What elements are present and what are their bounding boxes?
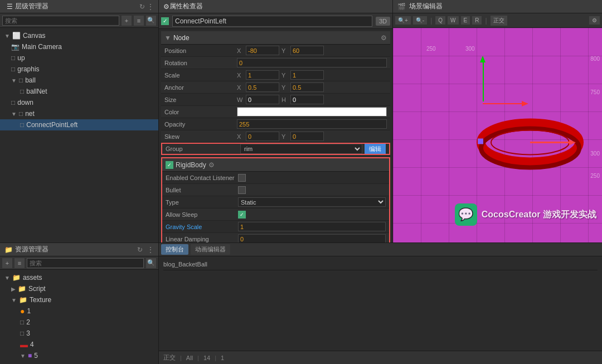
node-name-input[interactable] [172, 16, 372, 27]
rigidbody-section: ✓ RigidBody ⚙ Enabled Contact Listener B… [161, 157, 390, 242]
scene-icon: 🎬 [397, 3, 406, 11]
tree-item-canvas[interactable]: ▼ ⬜ Canvas [0, 30, 158, 41]
group-select[interactable]: rim [240, 144, 362, 154]
gravity-scale-row: Gravity Scale [162, 221, 389, 233]
ballnet-icon: □ [20, 88, 24, 95]
asset-item-script[interactable]: ▶ 📁 Script [0, 283, 158, 294]
hierarchy-search-input[interactable] [2, 16, 119, 26]
gravity-scale-label[interactable]: Gravity Scale [166, 224, 238, 230]
node-enabled-checkbox[interactable]: ✓ [161, 17, 169, 25]
assets-label: assets [23, 274, 42, 282]
anchor-x-label: X [237, 84, 244, 91]
tree-item-up[interactable]: □ up [0, 52, 158, 64]
asset-manager-panel: 📁 资源管理器 ↻ ⋮ + ≡ 🔍 ▼ 📁 assets ▶ [0, 242, 159, 364]
asset-sort-btn[interactable]: ≡ [14, 258, 25, 268]
inspector-header: ⚙ 属性检查器 [159, 0, 392, 13]
size-w-label: W [237, 96, 244, 103]
asset-item-5-child[interactable]: □ 5 [0, 361, 158, 364]
gravity-scale-input[interactable] [238, 222, 386, 231]
axis-num-800: 800 [590, 56, 600, 62]
linear-damping-input[interactable] [238, 234, 386, 242]
color-swatch[interactable] [237, 107, 387, 117]
view-mode-btn[interactable]: 正交 [491, 16, 507, 26]
asset-item-assets[interactable]: ▼ 📁 assets [0, 272, 158, 283]
asset-search-btn[interactable]: 🔍 [146, 258, 156, 268]
allow-sleep-checkbox[interactable]: ✓ [238, 211, 246, 219]
hierarchy-panel: ☰ 层级管理器 ↻ ⋮ + ≡ 🔍 ▼ ⬜ Canvas 📷 [0, 0, 159, 242]
inspector-icon: ⚙ [163, 3, 169, 11]
contact-listener-value [238, 174, 386, 182]
asset-item-1[interactable]: ● 1 [0, 305, 158, 317]
type-select[interactable]: Static Dynamic Kinematic [238, 197, 386, 207]
script-folder-icon: 📁 [18, 285, 26, 293]
tab-console[interactable]: 控制台 [161, 244, 188, 255]
hierarchy-filter-btn[interactable]: 🔍 [146, 16, 156, 26]
bottom-section: 📁 资源管理器 ↻ ⋮ + ≡ 🔍 ▼ 📁 assets ▶ [0, 242, 602, 364]
position-x-input[interactable] [246, 46, 279, 55]
scale-x-label: X [237, 72, 244, 79]
bullet-label: Bullet [166, 187, 238, 193]
file-3-icon: □ [20, 329, 24, 337]
tool-r-btn[interactable]: R [472, 16, 482, 25]
asset-item-2[interactable]: □ 2 [0, 317, 158, 328]
node-section-header[interactable]: ▼ Node ⚙ [161, 31, 390, 45]
inspector-content: ▼ Node ⚙ Position X Y [159, 29, 392, 242]
node-section-title: Node [173, 34, 378, 42]
tree-item-ballnet[interactable]: □ ballNet [0, 86, 158, 97]
zoom-out-btn[interactable]: 🔍- [413, 16, 427, 25]
scale-x-input[interactable] [246, 70, 279, 80]
skew-y-input[interactable] [290, 132, 324, 141]
node-section-gear-icon[interactable]: ⚙ [381, 34, 387, 42]
rotation-value [237, 58, 387, 67]
hierarchy-toolbar: + ≡ 🔍 [0, 13, 158, 28]
skew-x-input[interactable] [246, 132, 279, 141]
file-5-icon: ■ [28, 352, 32, 360]
type-label: Type [166, 199, 238, 206]
contact-listener-checkbox[interactable] [238, 174, 246, 182]
axis-num-top-300: 300 [465, 46, 475, 52]
position-y-input[interactable] [290, 46, 324, 55]
hierarchy-sort-btn[interactable]: ≡ [134, 16, 144, 26]
asset-item-5[interactable]: ▼ ■ 5 [0, 350, 158, 361]
anchor-x-input[interactable] [246, 82, 279, 92]
tree-item-main-camera[interactable]: 📷 Main Camera [0, 41, 158, 52]
size-h-input[interactable] [290, 95, 324, 104]
hierarchy-add-btn[interactable]: + [122, 16, 132, 26]
asset-settings-icon[interactable]: ⋮ [147, 246, 154, 254]
tree-item-connectpointleft[interactable]: □ ConnectPointLeft [0, 119, 158, 130]
scale-y-input[interactable] [290, 70, 324, 80]
tab-animation[interactable]: 动画编辑器 [191, 244, 230, 255]
color-label: Color [164, 109, 237, 115]
anchor-y-input[interactable] [290, 82, 324, 92]
rigidbody-enabled-checkbox[interactable]: ✓ [166, 161, 173, 169]
scene-settings-btn[interactable]: ⚙ [589, 16, 600, 25]
tool-q-btn[interactable]: Q [435, 16, 445, 25]
tree-item-down[interactable]: □ down [0, 97, 158, 108]
zoom-in-btn[interactable]: 🔍+ [395, 16, 411, 25]
tool-w-btn[interactable]: W [448, 16, 458, 25]
rigidbody-gear-icon[interactable]: ⚙ [208, 161, 215, 169]
rotation-input[interactable] [237, 58, 387, 67]
hierarchy-settings-icon[interactable]: ⋮ [147, 3, 154, 11]
asset-item-texture[interactable]: ▼ 📁 Texture [0, 294, 158, 305]
rotation-label: Rotation [164, 60, 237, 66]
tree-item-ball[interactable]: ▼ □ ball [0, 75, 158, 86]
asset-item-3[interactable]: □ 3 [0, 328, 158, 339]
asset-add-btn[interactable]: + [2, 258, 12, 268]
status-divider-1: | [180, 355, 182, 361]
tree-item-graphis[interactable]: □ graphis [0, 64, 158, 75]
tool-e-btn[interactable]: E [461, 16, 470, 25]
asset-search-input[interactable] [27, 258, 144, 268]
size-value: W H [237, 95, 387, 104]
tree-item-net[interactable]: ▼ □ net [0, 108, 158, 119]
asset-item-4[interactable]: ▬ 4 [0, 339, 158, 350]
scene-content[interactable]: 800 750 300 250 250 300 [393, 28, 602, 242]
bullet-checkbox[interactable] [238, 186, 246, 194]
group-edit-btn[interactable]: 编辑 [365, 144, 386, 154]
opacity-input[interactable] [237, 119, 387, 129]
hierarchy-refresh-icon[interactable]: ↻ [139, 3, 145, 11]
rigidbody-header[interactable]: ✓ RigidBody ⚙ [162, 158, 389, 172]
position-value: X Y [237, 46, 387, 55]
asset-refresh-icon[interactable]: ↻ [137, 246, 143, 254]
size-w-input[interactable] [246, 95, 279, 104]
